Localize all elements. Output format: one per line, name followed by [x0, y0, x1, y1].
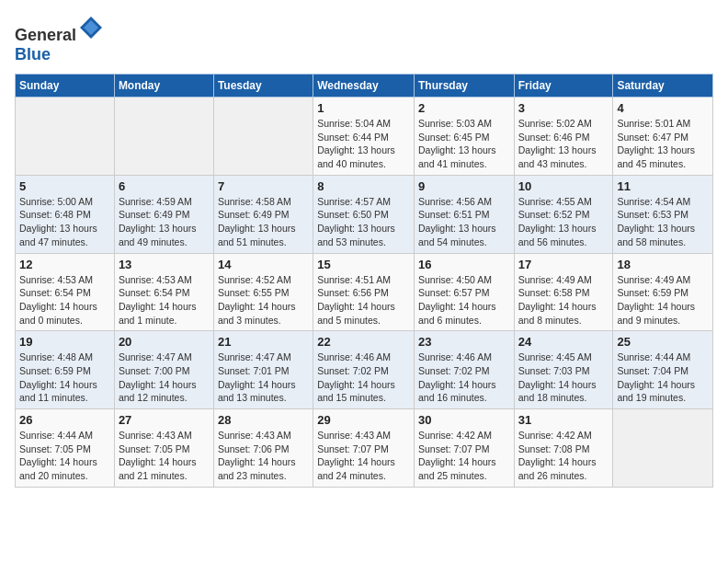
day-number: 27: [119, 413, 210, 427]
calendar-cell: 23Sunrise: 4:46 AM Sunset: 7:02 PM Dayli…: [414, 331, 514, 409]
calendar-cell: 4Sunrise: 5:01 AM Sunset: 6:47 PM Daylig…: [613, 98, 713, 176]
day-info: Sunrise: 4:46 AM Sunset: 7:02 PM Dayligh…: [317, 350, 410, 405]
day-info: Sunrise: 4:43 AM Sunset: 7:05 PM Dayligh…: [119, 429, 210, 483]
day-number: 19: [19, 335, 110, 349]
day-number: 28: [218, 413, 309, 427]
weekday-header-sunday: Sunday: [16, 75, 115, 98]
day-info: Sunrise: 4:44 AM Sunset: 7:04 PM Dayligh…: [617, 350, 709, 405]
day-info: Sunrise: 4:53 AM Sunset: 6:54 PM Dayligh…: [119, 273, 210, 327]
weekday-header-row: SundayMondayTuesdayWednesdayThursdayFrid…: [16, 75, 713, 98]
day-number: 23: [418, 335, 510, 349]
day-number: 20: [119, 335, 210, 349]
day-info: Sunrise: 5:02 AM Sunset: 6:46 PM Dayligh…: [518, 117, 609, 171]
day-number: 15: [317, 258, 410, 271]
calendar-cell: 25Sunrise: 4:44 AM Sunset: 7:04 PM Dayli…: [613, 331, 713, 409]
day-info: Sunrise: 4:43 AM Sunset: 7:07 PM Dayligh…: [317, 429, 410, 483]
day-info: Sunrise: 4:54 AM Sunset: 6:53 PM Dayligh…: [617, 195, 709, 249]
day-info: Sunrise: 4:47 AM Sunset: 7:01 PM Dayligh…: [218, 350, 309, 405]
day-number: 17: [518, 258, 609, 271]
day-info: Sunrise: 4:58 AM Sunset: 6:49 PM Dayligh…: [218, 195, 309, 249]
calendar-cell: 11Sunrise: 4:54 AM Sunset: 6:53 PM Dayli…: [613, 175, 713, 253]
day-info: Sunrise: 4:42 AM Sunset: 7:07 PM Dayligh…: [418, 429, 510, 483]
calendar-cell: 8Sunrise: 4:57 AM Sunset: 6:50 PM Daylig…: [313, 175, 415, 253]
calendar-week-row: 26Sunrise: 4:44 AM Sunset: 7:05 PM Dayli…: [16, 409, 713, 488]
calendar-cell: 14Sunrise: 4:52 AM Sunset: 6:55 PM Dayli…: [213, 253, 313, 331]
day-number: 29: [317, 413, 410, 427]
day-info: Sunrise: 4:57 AM Sunset: 6:50 PM Dayligh…: [317, 195, 410, 249]
calendar-cell: 18Sunrise: 4:49 AM Sunset: 6:59 PM Dayli…: [613, 253, 713, 331]
calendar-week-row: 19Sunrise: 4:48 AM Sunset: 6:59 PM Dayli…: [16, 331, 713, 409]
day-number: 6: [119, 179, 210, 193]
calendar-cell: 31Sunrise: 4:42 AM Sunset: 7:08 PM Dayli…: [514, 409, 613, 488]
weekday-header-monday: Monday: [114, 75, 213, 98]
day-number: 16: [418, 258, 510, 271]
day-number: 10: [518, 179, 609, 193]
day-number: 12: [19, 258, 110, 271]
logo-icon: [78, 15, 104, 40]
day-info: Sunrise: 4:55 AM Sunset: 6:52 PM Dayligh…: [518, 195, 609, 249]
calendar-cell: 27Sunrise: 4:43 AM Sunset: 7:05 PM Dayli…: [114, 409, 213, 488]
day-number: 9: [418, 179, 510, 193]
day-info: Sunrise: 4:46 AM Sunset: 7:02 PM Dayligh…: [418, 350, 510, 405]
day-number: 4: [617, 101, 709, 115]
weekday-header-wednesday: Wednesday: [313, 75, 415, 98]
day-info: Sunrise: 4:42 AM Sunset: 7:08 PM Dayligh…: [518, 429, 609, 483]
day-info: Sunrise: 4:51 AM Sunset: 6:56 PM Dayligh…: [317, 273, 410, 327]
day-number: 11: [617, 179, 709, 193]
day-info: Sunrise: 4:49 AM Sunset: 6:59 PM Dayligh…: [617, 273, 709, 327]
calendar-cell: 22Sunrise: 4:46 AM Sunset: 7:02 PM Dayli…: [313, 331, 415, 409]
day-number: 2: [418, 101, 510, 115]
calendar-cell: [613, 409, 713, 488]
day-info: Sunrise: 4:52 AM Sunset: 6:55 PM Dayligh…: [218, 273, 309, 327]
day-number: 25: [617, 335, 709, 349]
calendar-cell: 30Sunrise: 4:42 AM Sunset: 7:07 PM Dayli…: [414, 409, 514, 488]
day-number: 30: [418, 413, 510, 427]
day-info: Sunrise: 4:59 AM Sunset: 6:49 PM Dayligh…: [119, 195, 210, 249]
day-number: 31: [518, 413, 609, 427]
day-info: Sunrise: 4:45 AM Sunset: 7:03 PM Dayligh…: [518, 350, 609, 405]
day-info: Sunrise: 4:56 AM Sunset: 6:51 PM Dayligh…: [418, 195, 510, 249]
calendar-week-row: 12Sunrise: 4:53 AM Sunset: 6:54 PM Dayli…: [16, 253, 713, 331]
calendar-cell: [213, 98, 313, 176]
day-number: 18: [617, 258, 709, 271]
calendar-cell: 7Sunrise: 4:58 AM Sunset: 6:49 PM Daylig…: [213, 175, 313, 253]
day-info: Sunrise: 4:50 AM Sunset: 6:57 PM Dayligh…: [418, 273, 510, 327]
day-info: Sunrise: 5:00 AM Sunset: 6:48 PM Dayligh…: [19, 195, 110, 249]
calendar-cell: 24Sunrise: 4:45 AM Sunset: 7:03 PM Dayli…: [514, 331, 613, 409]
day-number: 21: [218, 335, 309, 349]
calendar-cell: 26Sunrise: 4:44 AM Sunset: 7:05 PM Dayli…: [16, 409, 115, 488]
calendar-cell: 19Sunrise: 4:48 AM Sunset: 6:59 PM Dayli…: [16, 331, 115, 409]
calendar-cell: 9Sunrise: 4:56 AM Sunset: 6:51 PM Daylig…: [414, 175, 514, 253]
day-info: Sunrise: 5:03 AM Sunset: 6:45 PM Dayligh…: [418, 117, 510, 171]
day-number: 7: [218, 179, 309, 193]
day-number: 22: [317, 335, 410, 349]
calendar-cell: 10Sunrise: 4:55 AM Sunset: 6:52 PM Dayli…: [514, 175, 613, 253]
day-number: 14: [218, 258, 309, 271]
logo-general-text: General: [15, 26, 76, 44]
page-header: General Blue: [15, 15, 713, 64]
day-info: Sunrise: 4:43 AM Sunset: 7:06 PM Dayligh…: [218, 429, 309, 483]
day-number: 3: [518, 101, 609, 115]
calendar-cell: 12Sunrise: 4:53 AM Sunset: 6:54 PM Dayli…: [16, 253, 115, 331]
calendar-week-row: 1Sunrise: 5:04 AM Sunset: 6:44 PM Daylig…: [16, 98, 713, 176]
calendar-cell: 20Sunrise: 4:47 AM Sunset: 7:00 PM Dayli…: [114, 331, 213, 409]
day-number: 1: [317, 101, 410, 115]
calendar-cell: 3Sunrise: 5:02 AM Sunset: 6:46 PM Daylig…: [514, 98, 613, 176]
day-info: Sunrise: 4:44 AM Sunset: 7:05 PM Dayligh…: [19, 429, 110, 483]
calendar-cell: [114, 98, 213, 176]
weekday-header-tuesday: Tuesday: [213, 75, 313, 98]
day-number: 24: [518, 335, 609, 349]
day-number: 5: [19, 179, 110, 193]
calendar-cell: 1Sunrise: 5:04 AM Sunset: 6:44 PM Daylig…: [313, 98, 415, 176]
logo: General Blue: [15, 15, 104, 64]
day-info: Sunrise: 4:49 AM Sunset: 6:58 PM Dayligh…: [518, 273, 609, 327]
calendar-cell: 29Sunrise: 4:43 AM Sunset: 7:07 PM Dayli…: [313, 409, 415, 488]
day-number: 26: [19, 413, 110, 427]
weekday-header-saturday: Saturday: [613, 75, 713, 98]
day-info: Sunrise: 5:01 AM Sunset: 6:47 PM Dayligh…: [617, 117, 709, 171]
weekday-header-thursday: Thursday: [414, 75, 514, 98]
day-info: Sunrise: 4:53 AM Sunset: 6:54 PM Dayligh…: [19, 273, 110, 327]
calendar-cell: 13Sunrise: 4:53 AM Sunset: 6:54 PM Dayli…: [114, 253, 213, 331]
day-info: Sunrise: 4:48 AM Sunset: 6:59 PM Dayligh…: [19, 350, 110, 405]
calendar-cell: 21Sunrise: 4:47 AM Sunset: 7:01 PM Dayli…: [213, 331, 313, 409]
